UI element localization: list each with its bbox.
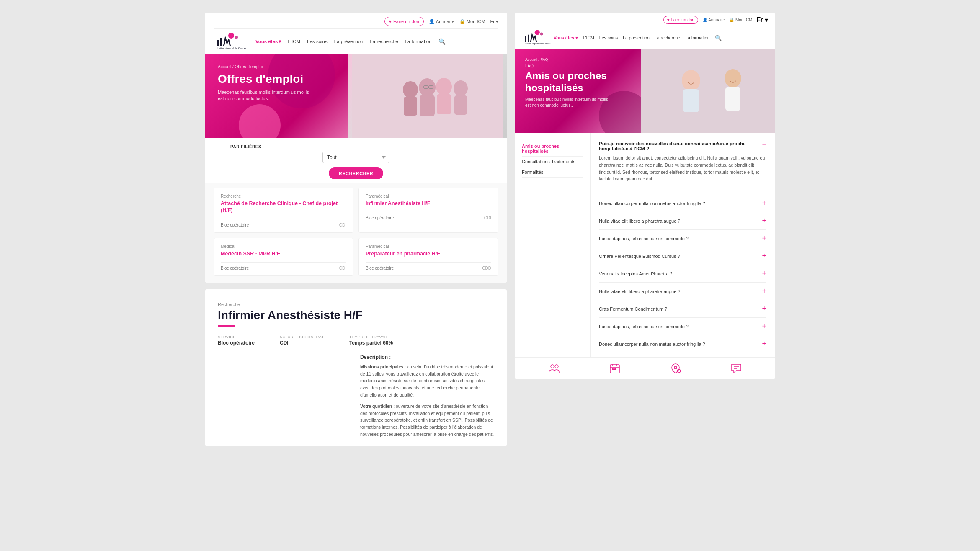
nav-la-formation[interactable]: La formation: [405, 39, 432, 44]
top-bar: ♥ Faire un don 👤 Annuaire 🔒 Mon ICM Fr ▾: [214, 17, 498, 29]
svg-text:Institut régional du Cancer: Institut régional du Cancer: [525, 42, 551, 45]
faq-collapse-icon[interactable]: −: [762, 141, 766, 149]
meta-service: SERVICE Bloc opératoire: [218, 335, 255, 346]
service-label: SERVICE: [218, 335, 255, 339]
right-breadcrumb: Accueil / FAQ: [525, 57, 609, 62]
faq-item-4[interactable]: Venenatis Inceptos Amet Pharetra ? +: [599, 265, 766, 283]
right-nav-la-recherche[interactable]: La recherche: [655, 35, 680, 40]
language-selector[interactable]: Fr ▾: [490, 19, 498, 24]
job-left-col: [218, 354, 352, 438]
left-panel-jobs: ♥ Faire un don 👤 Annuaire 🔒 Mon ICM Fr ▾: [205, 13, 507, 283]
job-cat-0: Recherche: [221, 194, 346, 198]
nav-vous-etes[interactable]: Vous êtes ▾: [255, 39, 281, 44]
job-contract-2: CDI: [339, 266, 346, 270]
filiere-select[interactable]: Tout Recherche Médical Paramédical: [322, 152, 389, 163]
right-nav-la-prevention[interactable]: La prévention: [623, 35, 650, 40]
right-lang-selector[interactable]: Fr ▾: [756, 16, 768, 24]
nav-la-prevention[interactable]: La prévention: [334, 39, 364, 44]
job-detail-meta: SERVICE Bloc opératoire NATURE DU CONTRA…: [218, 335, 494, 346]
filter-bar: PAR FILIÈRES Tout Recherche Médical Para…: [205, 138, 507, 183]
lock-icon: 🔒: [459, 19, 465, 24]
job-cat-3: Paramédical: [366, 244, 491, 249]
annuaire-link[interactable]: 👤 Annuaire: [429, 19, 454, 24]
svg-rect-3: [220, 38, 222, 46]
calendar-icon: [609, 363, 621, 374]
hero-title: Offres d'emploi: [218, 72, 310, 86]
right-search-icon[interactable]: 🔍: [715, 35, 722, 41]
quotidien-text: Votre quotidien : ouverture de votre sit…: [360, 403, 494, 438]
right-nav-vous-etes[interactable]: Vous êtes ▾: [554, 35, 578, 40]
svg-rect-24: [683, 89, 699, 112]
faq-plus-icon-2: +: [762, 234, 766, 243]
hero-text: Accueil / Offres d'emploi Offres d'emplo…: [218, 64, 310, 102]
temps-label: TEMPS DE TRAVAIL: [349, 335, 393, 339]
location-icon: [670, 363, 681, 374]
filter-row: Tout Recherche Médical Paramédical: [322, 152, 389, 163]
faq-item-8[interactable]: Donec ullamcorper nulla non metus auctor…: [599, 335, 766, 353]
right-faire-don-button[interactable]: ♥ Faire un don: [663, 16, 698, 24]
faq-item-2[interactable]: Fusce dapibus, tellus ac cursus commodo …: [599, 230, 766, 247]
job-right-col: Description : Missions principales : au …: [360, 354, 494, 438]
job-footer-0: Bloc opératoire CDI: [221, 219, 346, 227]
search-icon[interactable]: 🔍: [438, 38, 446, 45]
contrat-label: NATURE DU CONTRAT: [280, 335, 324, 339]
bottom-icon-chat[interactable]: [730, 363, 742, 374]
bottom-icons-row: [515, 357, 775, 379]
job-title-0: Attaché de Recherche Clinique - Chef de …: [221, 200, 346, 214]
left-header: ♥ Faire un don 👤 Annuaire 🔒 Mon ICM Fr ▾: [205, 13, 507, 54]
faq-plus-icon-3: +: [762, 252, 766, 260]
faq-sidebar-item-1[interactable]: Consultations-Traitements: [522, 157, 583, 167]
service-value: Bloc opératoire: [218, 340, 255, 346]
job-contract-0: CDI: [339, 223, 346, 227]
svg-rect-22: [641, 49, 775, 133]
right-mon-icm-link[interactable]: 🔒 Mon ICM: [729, 18, 752, 22]
faq-item-7[interactable]: Fusce dapibus, tellus ac cursus commodo …: [599, 318, 766, 335]
bottom-icon-person[interactable]: [548, 363, 560, 374]
job-card-1[interactable]: Paramédical Infirmier Anesthésiste H/F B…: [358, 188, 498, 233]
faq-item-1[interactable]: Nulla vitae elit libero a pharetra augue…: [599, 212, 766, 230]
faq-item-6[interactable]: Cras Fermentum Condimentum ? +: [599, 300, 766, 318]
svg-rect-35: [614, 368, 616, 370]
job-contract-1: CDI: [484, 216, 491, 220]
svg-point-8: [403, 81, 418, 98]
job-footer-1: Bloc opératoire CDI: [366, 212, 491, 220]
job-card-0[interactable]: Recherche Attaché de Recherche Clinique …: [214, 188, 353, 233]
right-nav-les-soins[interactable]: Les soins: [599, 35, 618, 40]
svg-point-1: [235, 36, 238, 39]
faq-item-3[interactable]: Ornare Pellentesque Euismod Cursus ? +: [599, 247, 766, 265]
right-nav-la-formation[interactable]: La formation: [685, 35, 709, 40]
nav-la-recherche[interactable]: La recherche: [370, 39, 398, 44]
meta-temps: TEMPS DE TRAVAIL Temps partiel 60%: [349, 335, 393, 346]
svg-rect-19: [525, 36, 526, 42]
faq-item-0[interactable]: Donec ullamcorper nulla non metus auctor…: [599, 195, 766, 212]
right-annuaire-link[interactable]: 👤 Annuaire: [702, 18, 725, 22]
faq-item-5[interactable]: Nulla vitae elit libero a pharetra augue…: [599, 283, 766, 300]
main-nav: Vous êtes ▾ L'ICM Les soins La préventio…: [255, 38, 498, 45]
job-detail-panel: Recherche Infirmier Anesthésiste H/F SER…: [205, 289, 507, 446]
nav-les-soins[interactable]: Les soins: [307, 39, 328, 44]
person-group-icon: [548, 363, 560, 374]
right-nav-licm[interactable]: L'ICM: [583, 35, 594, 40]
job-card-3[interactable]: Paramédical Préparateur en pharmacie H/F…: [358, 238, 498, 276]
job-contract-3: CDD: [482, 266, 491, 270]
faq-sidebar-item-0[interactable]: Amis ou proches hospitalisés: [522, 141, 583, 157]
faq-open-answer: Lorem ipsum dolor sit amet, consectetur …: [599, 154, 766, 183]
job-detail-cat: Recherche: [218, 302, 494, 307]
icm-logo: Institut régional du Cancer: [214, 32, 247, 51]
mon-icm-link[interactable]: 🔒 Mon ICM: [459, 19, 485, 24]
svg-point-12: [454, 80, 468, 96]
svg-rect-34: [612, 368, 614, 370]
right-top-bar: ♥ Faire un don 👤 Annuaire 🔒 Mon ICM Fr ▾: [522, 16, 768, 26]
bottom-icon-location[interactable]: [670, 363, 681, 374]
hero-photo: [348, 54, 507, 138]
search-button[interactable]: RECHERCHER: [329, 167, 384, 179]
svg-text:Institut régional du Cancer: Institut régional du Cancer: [217, 47, 246, 49]
bottom-icon-calendar[interactable]: [609, 363, 621, 374]
faq-sidebar-item-2[interactable]: Formalités: [522, 167, 583, 178]
faire-don-button[interactable]: ♥ Faire un don: [384, 17, 424, 26]
nav-licm[interactable]: L'ICM: [288, 39, 300, 44]
job-card-2[interactable]: Médical Médecin SSR - MPR H/F Bloc opéra…: [214, 238, 353, 276]
breadcrumb: Accueil / Offres d'emploi: [218, 64, 310, 69]
svg-rect-7: [420, 95, 435, 116]
nav-row: Institut régional du Cancer Vous êtes ▾ …: [214, 29, 498, 54]
